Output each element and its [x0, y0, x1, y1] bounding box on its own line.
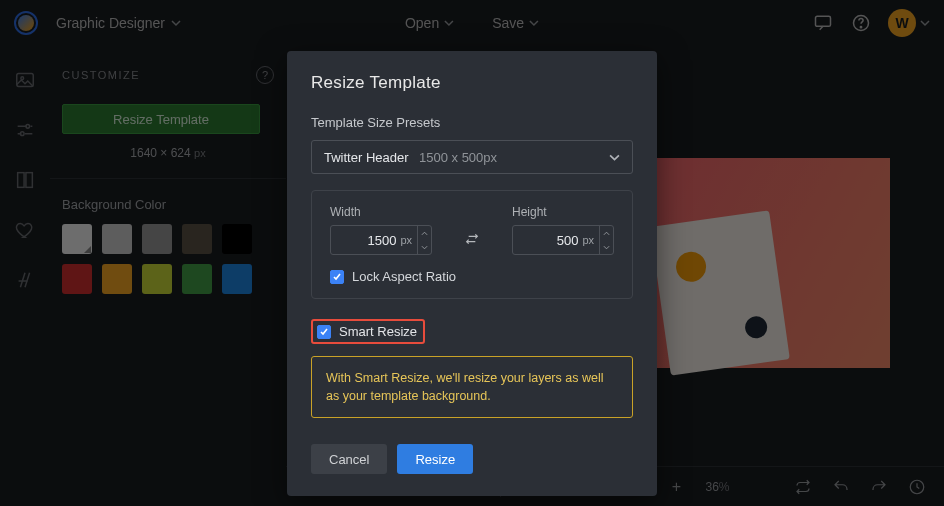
preset-select[interactable]: Twitter Header 1500 x 500px — [311, 140, 633, 174]
width-unit: px — [398, 234, 417, 246]
caret-down-icon[interactable] — [600, 240, 613, 254]
caret-up-icon[interactable] — [600, 226, 613, 240]
resize-label: Resize — [415, 452, 455, 467]
height-label: Height — [512, 205, 614, 219]
height-value: 500 — [513, 233, 580, 248]
preset-name: Twitter Header — [324, 150, 409, 165]
caret-down-icon[interactable] — [418, 240, 431, 254]
chevron-down-icon — [609, 152, 620, 163]
preset-size: 1500 x 500px — [419, 150, 497, 165]
height-input[interactable]: 500 px — [512, 225, 614, 255]
resize-template-modal: Resize Template Template Size Presets Tw… — [287, 51, 657, 496]
height-unit: px — [580, 234, 599, 246]
caret-up-icon[interactable] — [418, 226, 431, 240]
presets-label: Template Size Presets — [311, 115, 633, 130]
width-label: Width — [330, 205, 432, 219]
smart-resize-highlight: Smart Resize — [311, 319, 425, 344]
height-stepper[interactable] — [599, 226, 613, 254]
width-stepper[interactable] — [417, 226, 431, 254]
lock-aspect-checkbox[interactable] — [330, 270, 344, 284]
smart-resize-label: Smart Resize — [339, 324, 417, 339]
cancel-button[interactable]: Cancel — [311, 444, 387, 474]
resize-button[interactable]: Resize — [397, 444, 473, 474]
smart-resize-info: With Smart Resize, we'll resize your lay… — [311, 356, 633, 418]
width-value: 1500 — [331, 233, 398, 248]
lock-aspect-label: Lock Aspect Ratio — [352, 269, 456, 284]
smart-resize-checkbox[interactable] — [317, 325, 331, 339]
swap-dimensions-icon[interactable] — [462, 228, 482, 250]
cancel-label: Cancel — [329, 452, 369, 467]
width-input[interactable]: 1500 px — [330, 225, 432, 255]
modal-title: Resize Template — [311, 73, 633, 93]
